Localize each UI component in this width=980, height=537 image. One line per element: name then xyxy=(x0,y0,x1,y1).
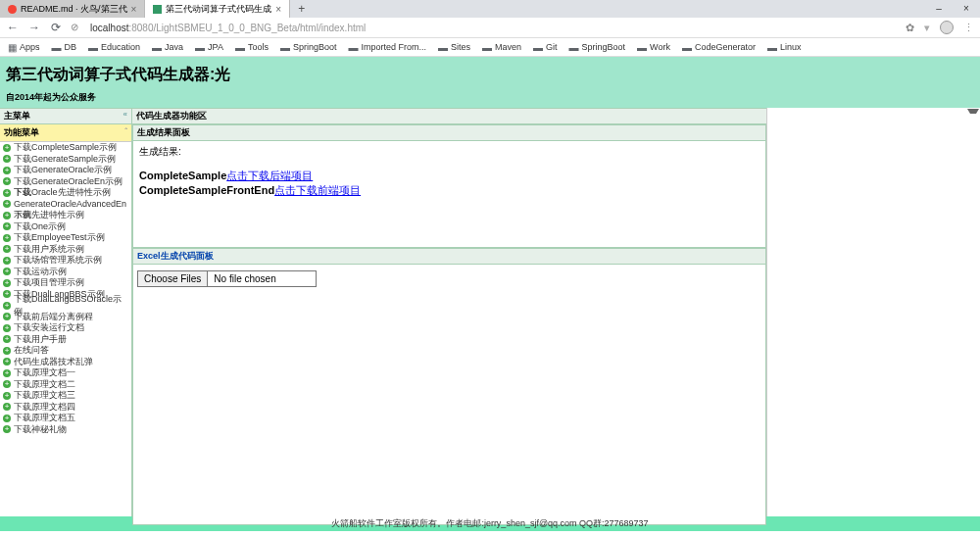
bookmark-folder[interactable]: ▬DB xyxy=(52,42,77,53)
extension-icon[interactable]: ▾ xyxy=(924,22,930,34)
extension-icon[interactable]: ✿ xyxy=(906,22,914,34)
result-body: 生成结果: CompleteSample点击下载后端项目 CompleteSam… xyxy=(133,141,765,247)
content-area: 代码生成器功能区 生成结果面板 生成结果: CompleteSample点击下载… xyxy=(132,108,766,516)
plus-icon: + xyxy=(3,189,11,197)
result-label: 生成结果: xyxy=(139,145,760,159)
plus-icon: + xyxy=(3,245,11,253)
folder-icon: ▬ xyxy=(280,42,290,53)
bookmark-folder[interactable]: ▬Linux xyxy=(767,42,802,53)
bookmark-folder[interactable]: ▬Maven xyxy=(482,42,521,53)
right-blank-panel xyxy=(766,108,980,516)
collapse-icon[interactable]: ˆ xyxy=(124,126,127,135)
excel-panel: Excel生成代码面板 Choose Files No file chosen xyxy=(132,248,766,525)
minimize-button[interactable]: – xyxy=(925,0,953,18)
page-subtitle: 自2014年起为公众服务 xyxy=(6,91,974,104)
plus-icon: + xyxy=(3,167,11,174)
security-icon[interactable]: ⊘ xyxy=(71,22,82,33)
profile-avatar[interactable] xyxy=(940,21,954,34)
menu-button[interactable]: ⋮ xyxy=(963,22,974,34)
plus-icon: + xyxy=(3,257,11,265)
reload-button[interactable]: ⟳ xyxy=(49,21,63,34)
close-button[interactable]: × xyxy=(953,0,980,18)
plus-icon: + xyxy=(3,415,11,422)
plus-icon: + xyxy=(3,347,11,355)
url-display[interactable]: localhost:8080/LightSBMEU_1_0_0_BNG_Beta… xyxy=(90,23,898,33)
file-status-text: No file chosen xyxy=(208,271,316,286)
favicon-app-icon xyxy=(153,5,162,14)
plus-icon: + xyxy=(3,392,11,400)
download-backend-link[interactable]: 点击下载后端项目 xyxy=(226,170,313,181)
plus-icon: + xyxy=(3,425,11,433)
folder-icon: ▬ xyxy=(152,42,162,53)
result-panel-title: 生成结果面板 xyxy=(133,125,765,141)
main-area: 主菜单« 功能菜单ˆ +下载CompleteSample示例+下载Generat… xyxy=(0,108,980,516)
sidebar-menu-item[interactable]: +下载神秘礼物 xyxy=(0,424,131,436)
browser-tabs-bar: README.md · 火鸟/第三代 × 第三代动词算子式代码生成 × + – … xyxy=(0,0,980,18)
page-title: 第三代动词算子式代码生成器:光 xyxy=(6,65,974,85)
folder-icon: ▬ xyxy=(482,42,492,53)
toolbar-right: ✿ ▾ ⋮ xyxy=(906,21,974,34)
download-frontend-link[interactable]: 点击下载前端项目 xyxy=(274,184,361,196)
bookmark-folder[interactable]: ▬CodeGenerator xyxy=(682,42,756,53)
plus-icon: + xyxy=(3,212,11,220)
excel-body: Choose Files No file chosen xyxy=(133,265,765,524)
bookmarks-bar: ▦Apps ▬DB ▬Education ▬Java ▬JPA ▬Tools ▬… xyxy=(0,38,980,57)
excel-panel-title: Excel生成代码面板 xyxy=(133,249,765,265)
bookmark-folder[interactable]: ▬Education xyxy=(88,42,140,53)
forward-button[interactable]: → xyxy=(27,21,41,34)
folder-icon: ▬ xyxy=(348,42,358,53)
bookmark-folder[interactable]: ▬SpringBoot xyxy=(280,42,337,53)
sidebar-menu-list: +下载CompleteSample示例+下载GenerateSample示例+下… xyxy=(0,142,131,516)
result-panel: 生成结果面板 生成结果: CompleteSample点击下载后端项目 Comp… xyxy=(132,124,766,248)
tab-label: README.md · 火鸟/第三代 xyxy=(21,3,127,16)
bookmark-folder[interactable]: ▬Sites xyxy=(438,42,470,53)
new-tab-button[interactable]: + xyxy=(290,2,313,16)
folder-icon: ▬ xyxy=(569,42,579,53)
plus-icon: + xyxy=(3,155,11,163)
bookmark-folder[interactable]: ▬JPA xyxy=(195,42,223,53)
tab-app[interactable]: 第三代动词算子式代码生成 × xyxy=(145,0,290,18)
folder-icon: ▬ xyxy=(533,42,543,53)
plus-icon: + xyxy=(3,369,11,377)
plus-icon: + xyxy=(3,313,11,320)
bookmark-folder[interactable]: ▬Git xyxy=(533,42,558,53)
back-button[interactable]: ← xyxy=(6,21,20,34)
plus-icon: + xyxy=(3,358,11,366)
folder-icon: ▬ xyxy=(767,42,777,53)
bookmark-folder[interactable]: ▬Java xyxy=(152,42,183,53)
close-icon[interactable]: × xyxy=(275,4,281,15)
plus-icon: + xyxy=(3,403,11,411)
collapse-icon[interactable]: « xyxy=(123,110,127,119)
plus-icon: + xyxy=(3,200,11,208)
plus-icon: + xyxy=(3,324,11,332)
folder-icon: ▬ xyxy=(88,42,98,53)
plus-icon: + xyxy=(3,290,11,298)
url-path: :8080/LightSBMEU_1_0_0_BNG_Beta/html/ind… xyxy=(128,23,366,33)
plus-icon: + xyxy=(3,268,11,275)
page-header: 第三代动词算子式代码生成器:光 自2014年起为公众服务 xyxy=(0,57,980,108)
result-line: CompleteSampleFrontEnd点击下载前端项目 xyxy=(139,183,760,198)
address-bar: ← → ⟳ ⊘ localhost:8080/LightSBMEU_1_0_0_… xyxy=(0,18,980,38)
bookmark-folder[interactable]: ▬SpringBoot xyxy=(569,42,626,53)
choose-files-button[interactable]: Choose Files xyxy=(138,271,208,286)
folder-icon: ▬ xyxy=(195,42,205,53)
content-area-title: 代码生成器功能区 xyxy=(132,108,766,124)
bookmark-folder[interactable]: ▬Work xyxy=(637,42,670,53)
favicon-gitee-icon xyxy=(8,5,17,14)
close-icon[interactable]: × xyxy=(131,4,137,15)
plus-icon: + xyxy=(3,380,11,388)
file-input[interactable]: Choose Files No file chosen xyxy=(137,270,317,287)
sidebar: 主菜单« 功能菜单ˆ +下载CompleteSample示例+下载Generat… xyxy=(0,108,132,516)
plus-icon: + xyxy=(3,302,11,310)
apps-button[interactable]: ▦Apps xyxy=(8,42,40,53)
bookmark-folder[interactable]: ▬Imported From... xyxy=(348,42,426,53)
tab-readme[interactable]: README.md · 火鸟/第三代 × xyxy=(0,0,145,18)
menu-item-label: 下载神秘礼物 xyxy=(14,423,67,436)
sidebar-sub-title: 功能菜单ˆ xyxy=(0,124,131,142)
url-host: localhost xyxy=(90,23,128,33)
result-line: CompleteSample点击下载后端项目 xyxy=(139,169,760,183)
bookmark-folder[interactable]: ▬Tools xyxy=(235,42,269,53)
plus-icon: + xyxy=(3,222,11,230)
plus-icon: + xyxy=(3,335,11,343)
apps-icon: ▦ xyxy=(8,42,17,53)
